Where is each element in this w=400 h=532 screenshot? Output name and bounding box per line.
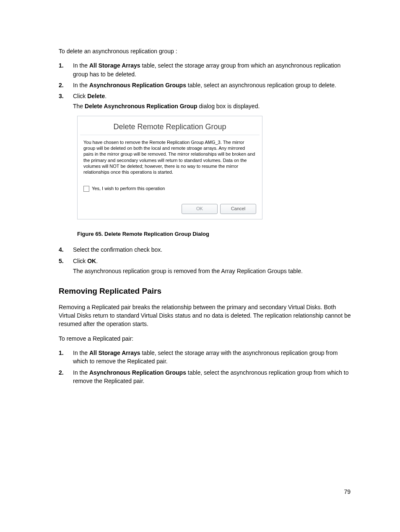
- list-item: In the All Storage Arrays table, select …: [59, 61, 352, 78]
- step-text-pre: In the: [73, 82, 89, 89]
- step-result-post: dialog box is displayed.: [197, 103, 260, 110]
- step-result-bold: Delete Asynchronous Replication Group: [85, 103, 197, 110]
- step-text-post: table, select an asynchronous replicatio…: [186, 82, 336, 89]
- dialog-body-text: You have chosen to remove the Remote Rep…: [78, 139, 262, 175]
- step-text-pre: In the: [73, 62, 89, 69]
- section-heading: Removing Replicated Pairs: [59, 285, 352, 297]
- step-text-bold: Asynchronous Replication Groups: [89, 369, 186, 376]
- step-result-pre: The: [73, 103, 85, 110]
- step-text-bold: Asynchronous Replication Groups: [89, 82, 186, 89]
- dialog-screenshot: Delete Remote Replication Group You have…: [77, 116, 262, 219]
- list-item: In the Asynchronous Replication Groups t…: [59, 81, 352, 89]
- remove-intro: To remove a Replicated pair:: [59, 334, 352, 343]
- step-text-bold: All Storage Arrays: [89, 62, 140, 69]
- list-item: Select the confirmation check box.: [59, 245, 352, 254]
- step-result: The asynchronous replication group is re…: [73, 267, 352, 275]
- checkbox-label: Yes, I wish to perform this operation: [92, 185, 165, 192]
- step-text-bold: All Storage Arrays: [89, 349, 140, 356]
- step-text-bold: Delete: [87, 93, 105, 99]
- delete-steps-list-continued: Select the confirmation check box. Click…: [59, 245, 352, 275]
- document-page: To delete an asynchronous replication gr…: [0, 0, 400, 532]
- delete-steps-list: In the All Storage Arrays table, select …: [59, 61, 352, 110]
- dialog-title: Delete Remote Replication Group: [78, 116, 262, 135]
- step-text-pre: In the: [73, 369, 89, 376]
- list-item: Click Delete. The Delete Asynchronous Re…: [59, 92, 352, 111]
- list-item: In the All Storage Arrays table, select …: [59, 349, 352, 366]
- step-text-pre: Select the confirmation check box.: [73, 246, 162, 253]
- step-text-post: .: [105, 93, 106, 99]
- cancel-button[interactable]: Cancel: [220, 204, 256, 214]
- figure-caption: Figure 65. Delete Remote Replication Gro…: [77, 230, 352, 238]
- page-number: 79: [344, 488, 351, 496]
- intro-paragraph: To delete an asynchronous replication gr…: [59, 47, 352, 55]
- confirm-checkbox-row: Yes, I wish to perform this operation: [78, 175, 262, 194]
- list-item: Click OK. The asynchronous replication g…: [59, 257, 352, 276]
- checkbox-icon[interactable]: [83, 186, 89, 192]
- step-text-pre: In the: [73, 349, 89, 356]
- step-result: The Delete Asynchronous Replication Grou…: [73, 102, 352, 110]
- remove-steps-list: In the All Storage Arrays table, select …: [59, 349, 352, 385]
- step-text-pre: Click: [73, 258, 87, 264]
- step-text-pre: Click: [73, 93, 87, 99]
- step-text-post: .: [96, 258, 98, 264]
- ok-button[interactable]: OK: [182, 204, 218, 214]
- divider: [80, 135, 260, 135]
- section-paragraph: Removing a Replicated pair breaks the re…: [59, 303, 352, 329]
- step-text-bold: OK: [87, 258, 96, 264]
- list-item: In the Asynchronous Replication Groups t…: [59, 368, 352, 386]
- dialog-button-row: OK Cancel: [78, 194, 262, 214]
